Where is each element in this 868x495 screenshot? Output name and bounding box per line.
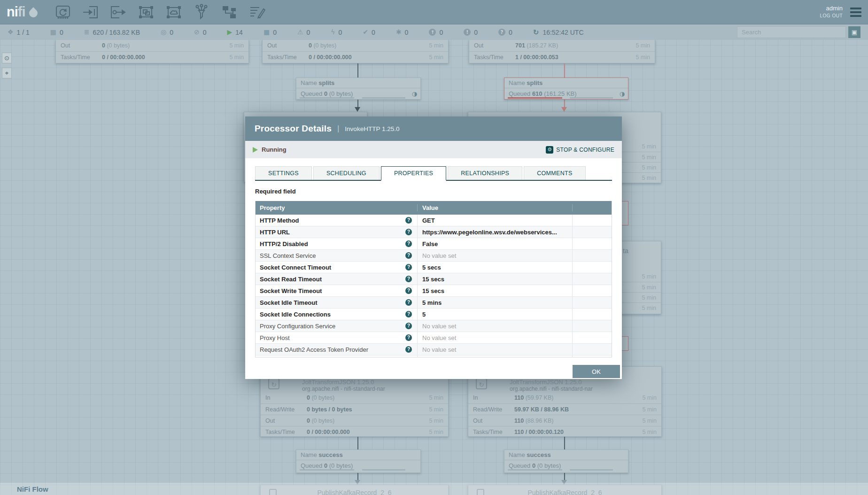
property-row: Socket Idle Timeout?5 mins xyxy=(256,297,612,309)
ok-button[interactable]: OK xyxy=(573,365,620,378)
stat-row: Tasks/Time0 / 00:00:00.0005 min xyxy=(261,426,448,437)
processor-bundle: org.apache.nifi - nifi-standard-nar xyxy=(510,386,593,392)
queue-bar xyxy=(300,469,354,471)
property-cell: HTTP URL? xyxy=(256,226,418,238)
status-invalid: ⚠0 xyxy=(297,29,310,36)
global-menu-button[interactable] xyxy=(850,8,861,17)
property-cell: Request Username? xyxy=(256,356,418,357)
run-status-label: Running xyxy=(262,146,287,153)
tab-scheduling[interactable]: SCHEDULING xyxy=(313,166,380,180)
help-icon[interactable]: ? xyxy=(405,299,412,306)
connection-line xyxy=(357,473,358,480)
refresh-icon[interactable]: ↻ xyxy=(533,28,539,37)
status-stale: ↑0 xyxy=(429,29,443,36)
value-cell: 5 secs xyxy=(418,262,573,273)
navigate-icon: ⊙ xyxy=(4,54,9,62)
disabled-icon: ϟ xyxy=(331,29,335,36)
property-cell: Request OAuth2 Access Token Provider? xyxy=(256,344,418,355)
running-icon: ▶ xyxy=(227,29,232,36)
help-icon[interactable]: ? xyxy=(405,217,412,224)
connection-line xyxy=(357,100,358,108)
property-row: HTTP Method?GET xyxy=(256,215,612,226)
processor-box-top-mid[interactable]: Out0 (0 bytes)5 minTasks/Time0 / 00:00:0… xyxy=(262,40,449,63)
property-cell: Socket Write Timeout? xyxy=(256,285,418,296)
value-cell: 15 secs xyxy=(418,285,573,296)
output-port-icon[interactable] xyxy=(110,4,127,21)
property-name: Socket Idle Connections xyxy=(260,311,331,318)
processor-box-top-right[interactable]: Out701 (185.27 KB)5 minTasks/Time1 / 00:… xyxy=(469,40,655,63)
help-icon[interactable]: ? xyxy=(405,334,412,341)
connection-name: Name splits xyxy=(504,78,628,88)
extra-cell xyxy=(573,238,612,249)
operate-icon: ⌖ xyxy=(5,70,8,77)
connection-name: Name splits xyxy=(296,78,420,88)
label-icon[interactable] xyxy=(248,4,265,21)
navigate-palette-toggle[interactable]: ⊙ xyxy=(2,53,12,63)
extra-cell xyxy=(573,309,612,320)
stat-row: Out110 (88.96 KB)5 min xyxy=(468,415,661,426)
connection-label-success-left[interactable]: Name success Queued 0 (0 bytes) xyxy=(296,449,421,473)
dialog-subtitle: InvokeHTTP 1.25.0 xyxy=(345,125,399,132)
stat-row: In110 (59.97 KB)5 min xyxy=(468,392,661,403)
help-icon[interactable]: ? xyxy=(405,287,412,294)
tab-relationships[interactable]: RELATIONSHIPS xyxy=(448,166,522,180)
help-icon[interactable]: ? xyxy=(405,323,412,329)
operate-palette-toggle[interactable]: ⌖ xyxy=(2,68,12,78)
stat-row: Tasks/Time0 / 00:00:00.0005 min xyxy=(263,51,448,62)
remote-process-group-icon[interactable] xyxy=(165,4,182,21)
last-refresh-time: 16:52:42 UTC xyxy=(542,29,583,36)
extra-cell xyxy=(573,356,612,357)
property-name: SSL Context Service xyxy=(260,252,316,259)
extra-cell xyxy=(573,250,612,261)
tab-properties[interactable]: PROPERTIES xyxy=(381,166,446,181)
funnel-icon[interactable] xyxy=(193,4,210,21)
queue-bar-alert xyxy=(508,97,562,99)
help-icon[interactable]: ? xyxy=(405,240,412,247)
connection-label-success-right[interactable]: Name success Queued 0 (0 bytes) xyxy=(504,449,628,473)
extra-cell xyxy=(573,297,612,308)
transform-icon: ↻ xyxy=(476,378,487,389)
property-value: GET xyxy=(422,217,435,224)
connection-line-alert xyxy=(564,100,565,108)
template-icon[interactable] xyxy=(221,4,238,21)
tab-settings[interactable]: SETTINGS xyxy=(255,166,312,180)
status-up-to-date: ✔0 xyxy=(363,29,375,36)
processor-icon[interactable] xyxy=(54,4,71,21)
breadcrumb[interactable]: NiFi Flow xyxy=(17,485,48,493)
help-icon[interactable]: ? xyxy=(405,311,412,317)
extra-cell xyxy=(573,262,612,273)
transmitting-icon: ◎ xyxy=(161,29,166,36)
dialog-status-bar: Running ⚙ STOP & CONFIGURE xyxy=(245,141,622,158)
help-icon[interactable]: ? xyxy=(405,276,412,282)
properties-table: Property Value HTTP Method?GETHTTP URL?h… xyxy=(255,201,612,357)
value-cell: No value set xyxy=(418,344,573,355)
help-icon[interactable]: ? xyxy=(405,264,412,271)
stop-and-configure-button[interactable]: ⚙ STOP & CONFIGURE xyxy=(546,146,614,154)
processor-box-top-left[interactable]: Out0 (0 bytes)5 minTasks/Time0 / 00:00:0… xyxy=(55,40,249,63)
property-row: Socket Connect Timeout?5 secs xyxy=(256,262,612,273)
value-cell: 5 xyxy=(418,309,573,320)
queue-bar xyxy=(362,469,405,471)
extra-cell xyxy=(573,273,612,285)
property-cell: Proxy Configuration Service? xyxy=(256,320,418,332)
help-icon[interactable]: ? xyxy=(405,252,412,259)
input-port-icon[interactable] xyxy=(82,4,99,21)
logout-link[interactable]: LOG OUT xyxy=(820,13,843,19)
queued-flowfiles-count: 620 / 163.82 KB xyxy=(93,29,140,36)
connection-label-splits-right[interactable]: Name splits Queued 610 (161.25 KB) ◑ xyxy=(504,77,628,100)
cluster-nodes-icon: ❖ xyxy=(8,29,14,36)
connection-label-splits-left[interactable]: Name splits Queued 0 (0 bytes) ◑ xyxy=(296,77,421,100)
property-value: No value set xyxy=(422,346,456,353)
search-input[interactable] xyxy=(737,26,846,38)
process-group-icon[interactable] xyxy=(138,4,155,21)
help-icon[interactable]: ? xyxy=(405,229,412,235)
tab-comments[interactable]: COMMENTS xyxy=(524,166,585,180)
transform-icon: ↻ xyxy=(268,378,279,389)
property-cell: Proxy Host? xyxy=(256,332,418,343)
running-count: 14 xyxy=(235,29,243,36)
help-icon[interactable]: ? xyxy=(405,346,412,353)
property-value: 15 secs xyxy=(422,276,444,283)
extra-cell xyxy=(573,332,612,343)
property-value: False xyxy=(422,240,438,248)
search-options-button[interactable]: ▣ xyxy=(848,26,860,38)
